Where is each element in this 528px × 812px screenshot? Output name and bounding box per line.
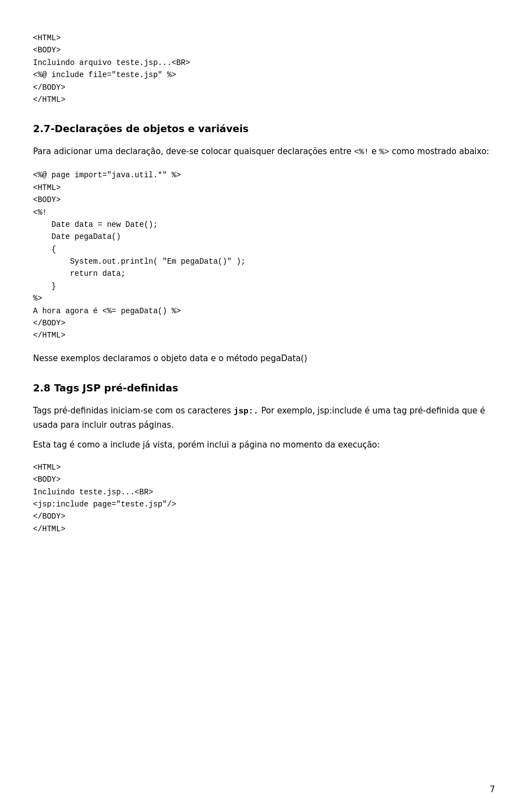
code-block-2: <%@ page import="java.util.*" %> <HTML> …: [33, 169, 495, 341]
intro-and: e: [372, 146, 380, 156]
section-2-8-para1: Tags pré-definidas iniciam-se com os car…: [33, 404, 495, 432]
section-2-7-title: 2.7-Declarações de objetos e variáveis: [33, 121, 495, 136]
intro-code-2: %>: [380, 148, 389, 157]
intro-code-1: <%!: [354, 148, 369, 157]
intro-text: Para adicionar uma declaração, deve-se c…: [33, 146, 351, 156]
section-2-8-title: 2.8 Tags JSP pré-definidas: [33, 380, 495, 395]
section-2-7-intro: Para adicionar uma declaração, deve-se c…: [33, 145, 495, 159]
section-2-8-para2: Esta tag é como a include já vista, poré…: [33, 438, 495, 451]
note-2-7: Nesse exemplos declaramos o objeto data …: [33, 352, 495, 365]
code-block-3: <HTML> <BODY> Incluindo teste.jsp...<BR>…: [33, 461, 495, 535]
para1-prefix: Tags pré-definidas iniciam-se com os car…: [33, 406, 231, 416]
code-block-1: <HTML> <BODY> Incluindo arquivo teste.js…: [33, 32, 495, 106]
para1-code: jsp:.: [234, 407, 258, 416]
intro-suffix: como mostrado abaixo:: [392, 146, 489, 156]
